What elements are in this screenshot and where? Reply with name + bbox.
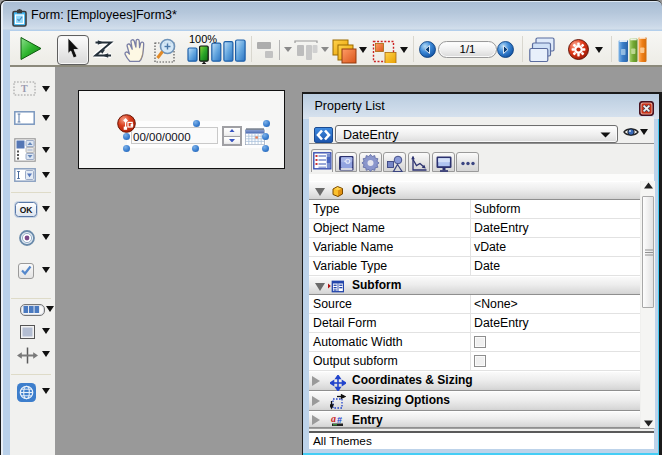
svg-text:a: a [331, 413, 336, 424]
svg-text:T: T [21, 83, 28, 94]
